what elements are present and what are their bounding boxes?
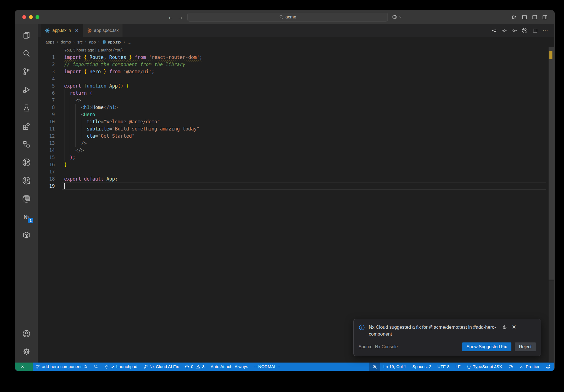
breadcrumb-item[interactable]: app — [89, 40, 96, 44]
code-line-16[interactable]: 16} — [38, 161, 554, 168]
code-line-18[interactable]: 18export default App; — [38, 175, 554, 183]
code-line-17[interactable]: 17 — [38, 168, 554, 175]
line-text: <> — [55, 97, 81, 104]
edge-browser-icon[interactable] — [15, 190, 38, 208]
nx-console-icon[interactable]: N» 1 — [15, 208, 38, 226]
line-text — [55, 75, 64, 82]
reject-button[interactable]: Reject — [515, 342, 536, 351]
codelens-blame[interactable]: You, 3 hours ago | 1 author (You) — [38, 47, 554, 54]
more-actions-icon[interactable]: ⋯ — [543, 27, 548, 34]
split-editor-icon[interactable] — [532, 28, 538, 33]
line-text: // importing the component from the libr… — [55, 61, 185, 68]
cursor-position-status[interactable]: Ln 19, Col 1 — [380, 363, 410, 371]
accounts-icon[interactable] — [15, 325, 38, 343]
zoom-out-icon — [372, 364, 377, 369]
remote-indicator[interactable] — [15, 363, 33, 371]
zoom-status[interactable] — [369, 363, 380, 371]
line-number: 4 — [38, 75, 55, 82]
next-change-icon[interactable] — [512, 28, 517, 33]
code-line-6[interactable]: 6 return ( — [38, 89, 554, 97]
toggle-panel-icon[interactable] — [532, 14, 538, 20]
tab-app-tsx[interactable]: app.tsx 3 ✕ — [41, 24, 83, 37]
nx-project-graph-icon[interactable] — [15, 153, 38, 172]
navigate-back-icon[interactable]: ← — [168, 14, 174, 20]
launchpad-status[interactable]: Launchpad — [101, 363, 140, 371]
code-line-13[interactable]: 13 /> — [38, 140, 554, 147]
code-line-10[interactable]: 10 title="Welcmoe @acme/demo" — [38, 118, 554, 125]
breadcrumb-item[interactable]: demo — [61, 40, 71, 44]
notifications-bell[interactable] — [543, 363, 554, 371]
explorer-icon[interactable] — [15, 26, 38, 44]
references-hierarchy-icon[interactable] — [15, 135, 38, 153]
show-suggested-fix-button[interactable]: Show Suggested Fix — [462, 342, 511, 351]
command-center-search[interactable]: acme — [188, 13, 388, 21]
compare-changes-status[interactable] — [91, 363, 101, 371]
testing-icon[interactable] — [15, 99, 38, 117]
code-line-15[interactable]: 15 ); — [38, 154, 554, 161]
code-line-3[interactable]: 3import { Hero } from '@acme/ui'; — [38, 68, 554, 75]
scrollbar[interactable] — [549, 47, 554, 362]
current-change-icon[interactable] — [502, 28, 507, 33]
breadcrumb-file[interactable]: app.tsx — [102, 40, 121, 44]
react-test-icon — [87, 28, 92, 33]
notification-settings-icon[interactable] — [502, 325, 507, 330]
code-line-14[interactable]: 14 </> — [38, 147, 554, 154]
breadcrumb-item[interactable]: src — [77, 40, 83, 44]
problems-status[interactable]: 0 3 — [182, 363, 207, 371]
indentation-status[interactable]: Spaces: 2 — [409, 363, 434, 371]
vim-mode-status[interactable]: -- NORMAL -- — [251, 363, 283, 371]
toggle-primary-sidebar-icon[interactable] — [522, 14, 527, 20]
line-text: return ( — [55, 89, 92, 97]
line-text: export function App() { — [55, 82, 129, 89]
customize-layout-icon[interactable] — [511, 14, 517, 20]
nx-project-details-icon[interactable] — [15, 172, 38, 190]
bell-icon — [546, 364, 551, 369]
line-text: title="Welcmoe @acme/demo" — [55, 118, 160, 125]
source-control-icon[interactable] — [15, 62, 38, 81]
code-line-1[interactable]: 1import { Route, Routes } from 'react-ro… — [38, 54, 554, 61]
code-line-2[interactable]: 2// importing the component from the lib… — [38, 61, 554, 68]
close-tab-icon[interactable]: ✕ — [75, 28, 79, 34]
prettier-status[interactable]: Prettier — [516, 363, 543, 371]
scrollbar-thumb[interactable] — [549, 47, 554, 280]
run-project-icon[interactable] — [522, 28, 528, 34]
code-line-9[interactable]: 9 <Hero — [38, 111, 554, 118]
code-editor[interactable]: You, 3 hours ago | 1 author (You) 1impor… — [38, 47, 554, 363]
line-number: 13 — [38, 140, 55, 147]
language-mode-status[interactable]: {} TypeScript JSX — [463, 363, 505, 371]
breadcrumb-item[interactable]: apps — [45, 40, 55, 44]
settings-gear-icon[interactable] — [15, 343, 38, 361]
tab-app-spec-tsx[interactable]: app.spec.tsx — [83, 24, 123, 37]
container-tools-icon[interactable] — [15, 226, 38, 244]
code-line-4[interactable]: 4 — [38, 75, 554, 82]
breadcrumb-more[interactable]: … — [128, 40, 132, 44]
code-line-12[interactable]: 12 cta="Get Started" — [38, 132, 554, 140]
extensions-icon[interactable] — [15, 117, 38, 135]
line-number: 8 — [38, 104, 55, 111]
toggle-secondary-sidebar-icon[interactable] — [542, 14, 548, 20]
nx-cloud-ai-fix-status[interactable]: Nx Cloud AI Fix — [140, 363, 182, 371]
minimize-window-button[interactable] — [29, 15, 33, 19]
auto-attach-status[interactable]: Auto Attach: Always — [208, 363, 251, 371]
eol-status[interactable]: LF — [452, 363, 463, 371]
copilot-status[interactable] — [505, 363, 516, 371]
navigate-forward-icon[interactable]: → — [178, 14, 184, 20]
code-line-19[interactable]: 19 — [38, 183, 554, 190]
errors-count: 0 — [191, 364, 193, 369]
copilot-menu[interactable] — [392, 14, 402, 20]
code-line-5[interactable]: 5export function App() { — [38, 82, 554, 89]
line-number: 9 — [38, 111, 55, 118]
code-line-11[interactable]: 11 subtitle="Build something amazing tod… — [38, 125, 554, 132]
encoding-status[interactable]: UTF-8 — [434, 363, 452, 371]
search-view-icon[interactable] — [15, 44, 38, 62]
code-line-7[interactable]: 7 <> — [38, 97, 554, 104]
status-bar: add-hero-component Launchpad Nx Cloud AI… — [15, 363, 554, 371]
close-window-button[interactable] — [22, 15, 26, 19]
line-text: export default App; — [55, 175, 118, 183]
maximize-window-button[interactable] — [36, 15, 39, 19]
run-and-debug-icon[interactable] — [15, 81, 38, 99]
previous-change-icon[interactable] — [492, 28, 497, 33]
notification-close-icon[interactable]: ✕ — [512, 324, 516, 330]
code-line-8[interactable]: 8 <h1>Home</h1> — [38, 104, 554, 111]
git-branch-status[interactable]: add-hero-component — [33, 363, 91, 371]
